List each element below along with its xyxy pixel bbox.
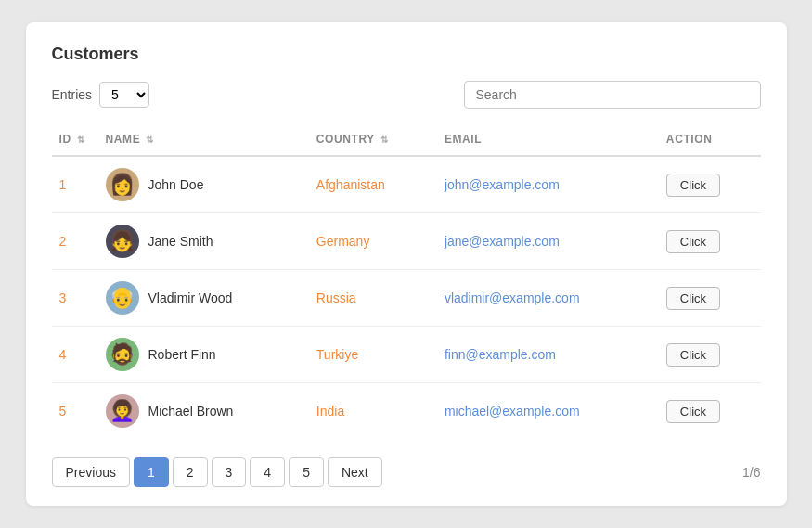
- table-row: 5 👩‍🦱 Michael Brown India michael@exampl…: [52, 383, 761, 440]
- page-button-1[interactable]: 1: [134, 457, 169, 487]
- table-row: 3 👴 Vladimir Wood Russia vladimir@exampl…: [52, 270, 761, 327]
- cell-name: 🧔 Robert Finn: [98, 327, 309, 383]
- sort-icon-country: ⇅: [380, 135, 389, 145]
- page-controls: Previous 1 2 3 4 5 Next: [52, 457, 382, 487]
- customer-name: Vladimir Wood: [148, 290, 233, 305]
- cell-country: Afghanistan: [309, 156, 437, 213]
- action-button[interactable]: Click: [666, 343, 720, 367]
- avatar: 🧔: [106, 338, 139, 371]
- customer-name: John Doe: [148, 177, 204, 192]
- page-button-2[interactable]: 2: [173, 457, 208, 487]
- cell-country: Russia: [309, 270, 437, 327]
- cell-action: Click: [659, 270, 761, 327]
- cell-email: jane@example.com: [437, 213, 659, 270]
- cell-id: 3: [52, 270, 98, 327]
- cell-email: john@example.com: [437, 156, 659, 213]
- cell-id: 2: [52, 213, 98, 270]
- cell-action: Click: [659, 213, 761, 270]
- action-button[interactable]: Click: [666, 400, 720, 423]
- cell-id: 4: [52, 327, 98, 383]
- search-input[interactable]: [464, 81, 761, 109]
- page-button-5[interactable]: 5: [289, 457, 324, 487]
- col-name[interactable]: NAME ⇅: [98, 123, 309, 156]
- customers-table: ID ⇅ NAME ⇅ COUNTRY ⇅ EMAIL ACTION 1 👩 J…: [52, 123, 761, 439]
- sort-icon-name: ⇅: [146, 135, 154, 145]
- cell-id: 1: [52, 156, 98, 213]
- customer-name: Jane Smith: [148, 234, 213, 249]
- entries-control: Entries 5 10 25 50: [52, 82, 150, 108]
- customers-card: Customers Entries 5 10 25 50 ID ⇅ NAME ⇅…: [26, 22, 787, 506]
- next-button[interactable]: Next: [328, 457, 382, 487]
- pagination: Previous 1 2 3 4 5 Next 1/6: [52, 457, 761, 487]
- table-header-row: ID ⇅ NAME ⇅ COUNTRY ⇅ EMAIL ACTION: [52, 123, 761, 156]
- avatar: 👴: [106, 281, 139, 315]
- page-title: Customers: [52, 45, 761, 64]
- avatar: 👩: [106, 168, 139, 201]
- table-row: 2 👧 Jane Smith Germany jane@example.com …: [52, 213, 761, 270]
- customer-name: Robert Finn: [148, 347, 216, 362]
- sort-icon-id: ⇅: [77, 135, 85, 145]
- cell-name: 👩 John Doe: [98, 156, 309, 213]
- cell-id: 5: [52, 383, 98, 440]
- cell-action: Click: [659, 156, 761, 213]
- cell-action: Click: [659, 327, 761, 383]
- table-row: 1 👩 John Doe Afghanistan john@example.co…: [52, 156, 761, 213]
- page-button-4[interactable]: 4: [250, 457, 285, 487]
- action-button[interactable]: Click: [666, 230, 720, 253]
- cell-email: michael@example.com: [437, 383, 659, 440]
- toolbar: Entries 5 10 25 50: [52, 81, 761, 109]
- avatar: 👩‍🦱: [106, 394, 139, 428]
- page-button-3[interactable]: 3: [212, 457, 247, 487]
- col-country[interactable]: COUNTRY ⇅: [309, 123, 437, 156]
- col-action: ACTION: [659, 123, 761, 156]
- previous-button[interactable]: Previous: [52, 457, 130, 487]
- cell-name: 👩‍🦱 Michael Brown: [98, 383, 309, 440]
- action-button[interactable]: Click: [666, 287, 720, 310]
- table-row: 4 🧔 Robert Finn Turkiye finn@example.com…: [52, 327, 761, 383]
- col-email: EMAIL: [437, 123, 659, 156]
- cell-name: 👧 Jane Smith: [98, 213, 309, 270]
- cell-country: India: [309, 383, 437, 440]
- entries-label: Entries: [52, 87, 93, 102]
- page-info: 1/6: [742, 465, 760, 480]
- customer-name: Michael Brown: [148, 404, 234, 419]
- cell-country: Turkiye: [309, 327, 437, 383]
- cell-action: Click: [659, 383, 761, 440]
- cell-name: 👴 Vladimir Wood: [98, 270, 309, 327]
- cell-email: vladimir@example.com: [437, 270, 659, 327]
- action-button[interactable]: Click: [666, 174, 720, 197]
- cell-country: Germany: [309, 213, 437, 270]
- entries-select[interactable]: 5 10 25 50: [99, 82, 149, 108]
- avatar: 👧: [106, 225, 139, 258]
- col-id[interactable]: ID ⇅: [52, 123, 98, 156]
- cell-email: finn@example.com: [437, 327, 659, 383]
